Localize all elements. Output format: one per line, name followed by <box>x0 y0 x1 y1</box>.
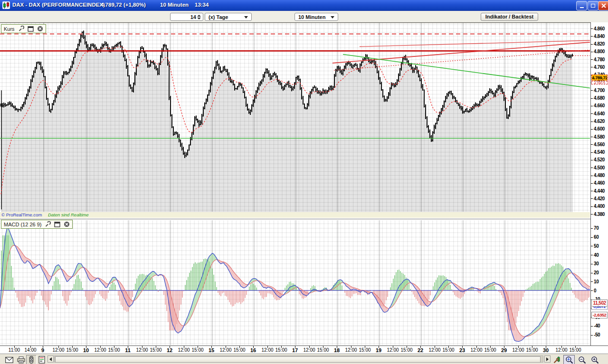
minimize-button[interactable] <box>576 1 587 10</box>
time-axis-tick <box>14 346 15 348</box>
time-axis-label: 15:00 <box>484 347 496 353</box>
time-axis-label: 12:00 <box>555 347 567 353</box>
axis-tick <box>591 98 593 99</box>
price-axis-label: 4.780 <box>594 57 605 62</box>
time-axis-day-label: 12 <box>167 347 172 353</box>
timeframe-dropdown[interactable]: 10 Minuten <box>294 13 338 21</box>
price-axis-label: 4.860 <box>594 26 605 31</box>
zoom-fit-button[interactable] <box>563 355 575 364</box>
mail-icon <box>5 357 13 363</box>
time-axis-day-label: 23 <box>459 347 465 353</box>
report-button[interactable] <box>37 355 47 364</box>
period-value: 14 <box>190 14 196 20</box>
wrench-icon[interactable] <box>18 26 24 32</box>
time-axis-tick <box>407 346 407 348</box>
time-axis-label: 12:00 <box>345 347 357 353</box>
macd-axis-label: 0 <box>594 288 596 293</box>
axis-tick <box>591 255 593 255</box>
time-axis-tick <box>435 346 435 348</box>
price-axis: 4.789,72 4.780,5 0,8072 11,502 -2,6352 4… <box>590 22 608 354</box>
time-axis-label: 15:00 <box>359 347 370 353</box>
axis-tick <box>591 191 593 191</box>
scrollbar-thumb[interactable] <box>55 356 541 363</box>
scroll-right-button[interactable] <box>544 355 551 363</box>
price-axis-label: 4.460 <box>594 180 605 186</box>
time-axis-label: 12:00 <box>52 347 64 353</box>
time-axis-label: 12:00 <box>261 347 273 353</box>
price-axis-label: 4.440 <box>594 188 605 194</box>
macd-axis-label: 60 <box>594 234 598 240</box>
macd-axis-label: 40 <box>594 252 598 258</box>
scroll-left-button[interactable] <box>48 355 54 363</box>
zoom-in-button[interactable] <box>589 355 600 364</box>
window-icon[interactable] <box>54 222 60 227</box>
period-unit-label: (x) Tage <box>209 14 228 20</box>
title-quote: 4.789,72 (+1,80%) <box>101 2 146 8</box>
time-axis-tick <box>226 346 226 348</box>
prorealtime-link[interactable]: © ProRealTime.com <box>1 212 42 217</box>
time-axis: 11:0014:00912:0015:001012:0015:001112:00… <box>0 345 608 354</box>
mail-button[interactable] <box>4 355 14 364</box>
axis-tick <box>591 264 593 264</box>
time-axis-tick <box>30 346 31 348</box>
axis-tick <box>591 335 593 336</box>
indicator-backtest-button[interactable]: Indikator / Backtest <box>481 13 538 21</box>
panel-divider <box>0 219 590 219</box>
arrow-left-icon <box>49 357 52 361</box>
price-axis-label: 4.660 <box>594 103 605 108</box>
price-axis-label: 4.420 <box>594 196 605 201</box>
macd-axis-label: 10 <box>594 279 598 284</box>
axis-tick <box>591 228 593 229</box>
print-button[interactable] <box>16 355 26 364</box>
axis-tick <box>591 176 593 176</box>
period-spinner[interactable]: 14 <box>170 13 203 21</box>
timeframe-label: 10 Minuten <box>298 14 325 20</box>
axis-tick <box>591 246 593 246</box>
title-time: 13:34 <box>195 2 209 8</box>
time-axis-label: 15:00 <box>150 347 162 353</box>
close-button[interactable] <box>598 1 608 10</box>
title-timeframe: 10 Minuten <box>160 2 189 8</box>
axis-tick <box>591 129 593 130</box>
chart-canvas[interactable] <box>0 22 590 354</box>
price-axis-label: 4.820 <box>594 41 605 47</box>
axis-tick <box>591 90 593 91</box>
time-axis-label: 14:00 <box>24 347 36 353</box>
close-icon[interactable] <box>64 221 70 227</box>
titlebar: DAX - DAX (PERFORMANCEINDEX) 4.789,72 (+… <box>0 0 608 10</box>
time-axis-tick <box>575 346 576 348</box>
restore-button[interactable] <box>588 1 598 10</box>
time-axis-day-label: 16 <box>250 347 256 353</box>
axis-tick <box>591 168 593 168</box>
time-axis-label: 15:00 <box>66 347 78 353</box>
zoom-out-button[interactable] <box>576 355 588 364</box>
price-axis-label: 4.580 <box>594 134 605 140</box>
close-icon[interactable] <box>37 26 43 32</box>
price-axis-label: 4.600 <box>594 126 605 131</box>
macd-axis-label: 50 <box>594 243 598 249</box>
time-axis-day-label: 10 <box>83 347 89 353</box>
macd-panel-title: MACD (12 26 9) <box>4 222 41 227</box>
price-panel-title: Kurs <box>4 26 15 32</box>
horizontal-scrollbar[interactable] <box>54 355 543 363</box>
realtime-note: Daten sind Realtime <box>48 212 89 217</box>
time-axis-label: 12:00 <box>94 347 106 353</box>
chart-settings-button[interactable] <box>552 355 562 364</box>
axis-tick <box>591 67 593 67</box>
time-axis-day-label: 17 <box>292 347 298 353</box>
time-axis-label: 15:00 <box>275 347 287 353</box>
time-axis-label: 12:00 <box>303 347 315 353</box>
price-axis-label: 4.480 <box>594 173 605 178</box>
time-axis-label: 15:00 <box>569 347 581 353</box>
macd-axis-label: -50 <box>594 332 600 337</box>
pointer-track-button[interactable] <box>26 355 37 364</box>
time-axis-label: 12:00 <box>428 347 440 353</box>
axis-tick <box>591 198 593 199</box>
window-icon[interactable] <box>28 26 34 32</box>
zoom-in-icon <box>591 356 599 364</box>
bottom-toolbar <box>0 354 608 364</box>
time-axis-tick <box>462 346 463 348</box>
period-unit-dropdown[interactable]: (x) Tage <box>205 13 252 21</box>
wrench-icon[interactable] <box>45 221 51 227</box>
price-axis-label: 4.700 <box>594 88 605 93</box>
